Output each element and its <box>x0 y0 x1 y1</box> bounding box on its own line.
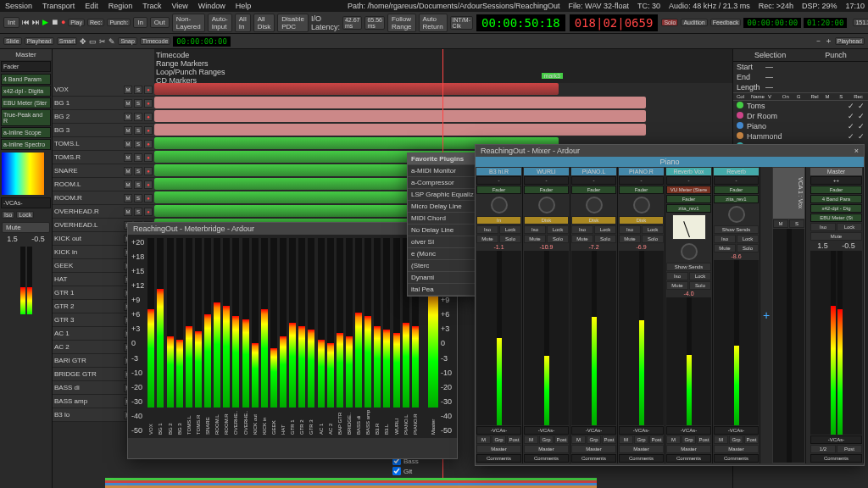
non-layered[interactable]: Non-Layered <box>172 14 205 32</box>
zoom-out-icon[interactable]: － <box>815 36 822 47</box>
comments-btn[interactable]: Comments <box>619 454 664 463</box>
mixer-window[interactable]: ReachingOut - Mixer - Ardour× Piano B3 h… <box>475 144 865 466</box>
tool-cut-icon[interactable]: ✂ <box>99 37 106 46</box>
edit-point[interactable]: Playhead <box>25 37 54 45</box>
solo-alert[interactable]: Solo <box>661 19 678 26</box>
vca-assign[interactable]: -VCAs- <box>571 426 616 435</box>
plugin-slot[interactable]: EBU Meter (St <box>810 214 862 222</box>
output-routing[interactable]: Master <box>476 445 521 453</box>
solo-btn[interactable]: S <box>134 86 142 94</box>
track-header[interactable]: ROOM.LMS● <box>53 178 154 191</box>
mute-btn[interactable]: M <box>124 167 132 175</box>
lock-btn[interactable]: Lock <box>594 225 616 234</box>
menu-track[interactable]: Track <box>142 2 161 10</box>
rec-btn[interactable]: ● <box>144 140 153 148</box>
audio-region[interactable] <box>154 110 646 122</box>
strip-name[interactable]: B3 hi.R <box>476 168 521 175</box>
menu-view[interactable]: View <box>171 2 187 10</box>
mute-btn[interactable]: M <box>124 99 132 108</box>
plugin-item[interactable]: a-Compressor <box>408 177 482 189</box>
audio-region[interactable] <box>154 83 559 95</box>
audio-region[interactable] <box>154 97 646 108</box>
output-routing[interactable]: Master <box>524 445 569 453</box>
tool-draw-icon[interactable]: ✎ <box>108 37 115 46</box>
marker[interactable]: mark3 <box>542 73 563 79</box>
iso-btn[interactable]: Iso <box>476 225 498 234</box>
tempo[interactable]: 151.388 <box>853 19 868 26</box>
plugin-item[interactable]: olver SI <box>408 236 482 248</box>
edit-mode-slide[interactable]: Slide <box>3 37 22 45</box>
audio-region[interactable] <box>154 124 646 136</box>
primary-clock[interactable]: 00:00:50:18 <box>476 14 566 32</box>
ruler-range-markers[interactable]: Range Markers <box>156 59 731 68</box>
play-icon[interactable]: ▶ <box>42 18 48 28</box>
secondary-clock[interactable]: 018|02|0659 <box>569 14 659 32</box>
input-slot[interactable]: - <box>524 176 569 185</box>
iso-btn[interactable]: Iso <box>524 225 546 234</box>
fader[interactable] <box>619 251 664 425</box>
plugin-item[interactable]: ital Pea <box>408 284 482 296</box>
menu-transport[interactable]: Transport <box>42 2 75 10</box>
strip-name[interactable]: Reverb Vox <box>666 168 711 175</box>
group-row[interactable]: Piano✓✓ <box>733 121 868 131</box>
sync-int[interactable]: Int <box>3 17 19 28</box>
fader[interactable] <box>571 251 616 425</box>
all-disk[interactable]: All Disk <box>253 14 275 32</box>
vca-assign[interactable]: -VCAs- <box>666 426 711 435</box>
mute-btn[interactable]: Mute <box>2 222 50 233</box>
plugin-item[interactable]: LSP Graphic Equaliz <box>408 189 482 201</box>
rec-btn[interactable]: ● <box>144 180 153 189</box>
input-slot[interactable]: - <box>714 176 759 185</box>
rec-btn[interactable]: ● <box>144 99 153 108</box>
rec-icon[interactable]: ● <box>61 18 65 28</box>
plugin-slot[interactable]: a-Inline Scope <box>1 127 51 138</box>
output-routing[interactable]: Master <box>619 445 664 453</box>
mute-btn[interactable]: Mute <box>571 235 593 243</box>
output-routing[interactable]: Master <box>714 445 759 453</box>
mute-btn[interactable]: M <box>124 113 132 121</box>
plugin-slot[interactable]: Fader <box>666 195 711 203</box>
mute-btn[interactable]: Mute <box>619 235 641 243</box>
add-strip-icon[interactable]: + <box>760 167 772 463</box>
solo-btn[interactable]: S <box>134 194 142 202</box>
mute-btn[interactable]: M <box>124 140 132 148</box>
solo-btn[interactable]: S <box>134 140 142 148</box>
plugin-slot[interactable]: a-Inline Spectro <box>1 139 51 150</box>
snap-toggle[interactable]: Snap <box>118 37 136 45</box>
menu-help[interactable]: Help <box>236 2 252 10</box>
solo-btn[interactable]: Solo <box>499 235 521 243</box>
track-header[interactable]: OVERHEAD.RMS● <box>53 205 154 219</box>
lock-btn[interactable]: Lock <box>737 235 759 243</box>
ruler-loop/punch-ranges[interactable]: Loop/Punch Ranges <box>156 68 731 76</box>
solo-btn[interactable]: S <box>134 126 142 135</box>
input-slot[interactable]: - <box>619 176 664 185</box>
mute-btn[interactable]: M <box>124 126 132 135</box>
ruler-area[interactable]: TimecodeRange MarkersLoop/Punch RangesCD… <box>154 49 732 83</box>
fader[interactable] <box>714 260 759 425</box>
plugin-item[interactable]: No Delay Line <box>408 225 482 236</box>
disable-pdc[interactable]: Disable PDC <box>277 14 309 32</box>
rec-btn[interactable]: ● <box>144 153 153 162</box>
punch-out[interactable]: Out <box>150 17 170 28</box>
plugin-item[interactable]: a-MIDI Monitor <box>408 165 482 177</box>
rec-btn[interactable]: ● <box>144 208 153 216</box>
comments-btn[interactable]: Comments <box>571 454 616 463</box>
mute-btn[interactable]: Mute <box>524 235 546 243</box>
int-mclk[interactable]: INT/M-Clk <box>450 16 473 30</box>
rec-btn[interactable]: ● <box>144 167 153 175</box>
strip-name[interactable]: PIANO.R <box>619 168 664 175</box>
mute-btn[interactable]: Mute <box>714 244 736 252</box>
fader[interactable] <box>666 297 711 425</box>
solo-btn[interactable]: S <box>134 180 142 189</box>
stop-icon[interactable]: ⏹ <box>51 18 58 28</box>
plugin-slot[interactable]: x42-dpl - Digita <box>1 86 51 97</box>
zoom-in-icon[interactable]: ＋ <box>825 36 832 47</box>
plugin-slot[interactable]: EBU Meter (Ster <box>1 97 51 108</box>
mute-btn[interactable]: Mute <box>476 235 498 243</box>
plugin-item[interactable]: Dynami <box>408 272 482 284</box>
iso-btn[interactable]: Iso <box>714 235 736 243</box>
pan-knob[interactable] <box>633 197 650 214</box>
in-btn[interactable]: Show Sends <box>666 263 711 271</box>
mute-btn[interactable]: Mute <box>666 281 688 290</box>
lock-btn[interactable]: Lock <box>689 272 711 280</box>
